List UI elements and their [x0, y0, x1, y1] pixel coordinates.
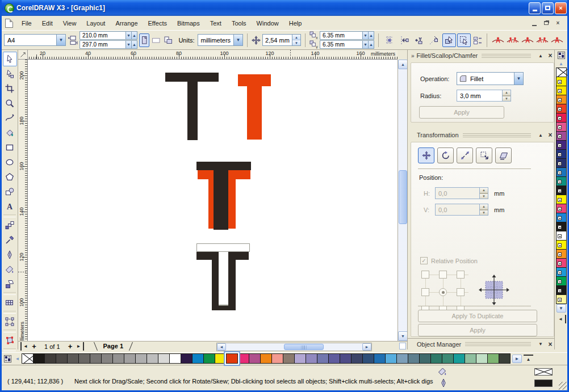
color-swatch[interactable]	[442, 353, 454, 364]
color-swatch[interactable]	[283, 353, 295, 364]
tool-outline[interactable]	[3, 247, 17, 262]
color-swatch[interactable]	[556, 231, 567, 241]
red-tool-5-button[interactable]	[550, 33, 564, 47]
docker-flyout-icon[interactable]: »	[411, 53, 415, 59]
window-resize-grip[interactable]	[559, 382, 567, 390]
color-swatch[interactable]	[33, 353, 45, 364]
spin-down-icon[interactable]: ▼	[362, 41, 368, 48]
tool-interactive-blend[interactable]	[3, 218, 17, 233]
color-swatch[interactable]	[556, 240, 567, 250]
paper-width-field[interactable]: 210.0 mm ▼▲	[80, 31, 137, 40]
color-swatch[interactable]	[430, 353, 442, 364]
color-swatch[interactable]	[556, 86, 567, 95]
artwork-shape[interactable]	[247, 86, 262, 140]
color-swatch[interactable]	[340, 353, 352, 364]
color-swatch[interactable]	[556, 249, 567, 259]
page-settings-button[interactable]	[163, 33, 173, 47]
first-page-button[interactable]: ◄	[20, 342, 30, 351]
chevron-down-icon[interactable]: ▼	[514, 73, 523, 85]
spin-up-icon[interactable]: ▲	[368, 41, 374, 48]
mdi-restore-button[interactable]	[541, 19, 551, 27]
color-swatch[interactable]	[556, 113, 567, 123]
landscape-button[interactable]	[151, 33, 161, 47]
color-swatch[interactable]	[44, 353, 56, 364]
option-toggles-button[interactable]	[472, 33, 483, 47]
color-swatch[interactable]	[556, 149, 567, 159]
menu-effects[interactable]: Effects	[143, 18, 172, 28]
artwork-shape[interactable]	[219, 252, 228, 306]
radius-field[interactable]: 3,0 mm ▲▼	[457, 90, 511, 102]
tool-eyedropper[interactable]	[3, 233, 17, 247]
fillet-docker-header[interactable]: » Fillet/Scallop/Chamfer ▲ ×	[408, 50, 558, 61]
scroll-up-button[interactable]: ▲	[398, 60, 408, 69]
color-swatch[interactable]	[556, 258, 567, 268]
menu-help[interactable]: Help	[284, 18, 307, 28]
paper-height-field[interactable]: 297.0 mm ▼▲	[80, 40, 137, 49]
color-swatch[interactable]	[56, 353, 68, 364]
color-swatch[interactable]	[135, 353, 147, 364]
tool-shape[interactable]	[3, 66, 17, 81]
palette-scroll-left-button[interactable]: ◄	[12, 355, 22, 363]
color-swatch[interactable]	[181, 353, 193, 364]
color-swatch[interactable]	[158, 353, 170, 364]
tool-polygon[interactable]	[3, 170, 17, 184]
vertical-ruler[interactable]: millimeters 200180160140120100	[18, 60, 28, 349]
color-swatch[interactable]	[112, 353, 124, 364]
color-swatch[interactable]	[556, 267, 567, 277]
artwork-shape[interactable]	[187, 81, 198, 140]
spin-up-icon[interactable]: ▲	[503, 90, 511, 95]
menu-view[interactable]: View	[58, 18, 82, 28]
palette-options-button[interactable]	[3, 355, 12, 363]
color-swatch[interactable]	[556, 95, 567, 104]
color-swatch[interactable]	[499, 353, 511, 364]
chevron-down-icon[interactable]: ▼	[56, 35, 65, 45]
color-swatch[interactable]	[203, 353, 215, 364]
color-swatch[interactable]	[215, 353, 227, 364]
color-swatch[interactable]	[362, 353, 374, 364]
color-swatch[interactable]	[556, 285, 567, 295]
color-swatch[interactable]	[101, 353, 113, 364]
red-tool-2-button[interactable]	[506, 33, 520, 47]
color-swatch[interactable]	[556, 213, 567, 222]
color-swatch[interactable]	[556, 122, 567, 132]
fillet-apply-button[interactable]: Apply	[419, 106, 504, 119]
anchor-checkbox[interactable]	[457, 271, 465, 279]
tool-bounding-frame[interactable]	[3, 314, 17, 329]
tool-node-handles[interactable]	[3, 333, 17, 348]
menu-window[interactable]: Window	[252, 18, 284, 28]
color-swatch[interactable]	[67, 353, 79, 364]
tool-freehand[interactable]	[3, 111, 17, 125]
mdi-minimize-button[interactable]	[529, 19, 539, 27]
vertical-scroll-thumb[interactable]	[399, 170, 407, 224]
maximize-button[interactable]	[542, 2, 554, 14]
horizontal-ruler[interactable]: millimeters 20406080100120140160	[28, 50, 398, 60]
treat-as-filled-button[interactable]	[442, 33, 456, 47]
color-swatch[interactable]	[271, 353, 283, 364]
snap-to-grid-button[interactable]	[383, 33, 396, 47]
transform-rotate-button[interactable]	[437, 147, 454, 163]
artwork-shape[interactable]	[196, 243, 250, 252]
artwork-shape[interactable]	[165, 73, 219, 82]
horizontal-scrollbar[interactable]: ◄ ►	[216, 343, 372, 351]
scroll-right-button[interactable]: ►	[362, 343, 371, 351]
artwork-shape[interactable]	[196, 162, 251, 170]
ruler-origin-button[interactable]	[18, 50, 28, 60]
tool-basic-shapes[interactable]	[3, 184, 17, 199]
color-swatch[interactable]	[487, 353, 499, 364]
transformation-docker-header[interactable]: Transformation ▲ ×	[408, 129, 558, 141]
spin-up-icon[interactable]: ▲	[292, 35, 300, 40]
scroll-down-button[interactable]: ▼	[398, 331, 408, 341]
spin-down-icon[interactable]: ▼	[292, 40, 300, 45]
expand-icon[interactable]: ▼	[537, 342, 545, 347]
add-page-after-button[interactable]: +	[66, 342, 75, 351]
units-combo[interactable]: millimeters ▼	[198, 34, 244, 46]
red-tool-3-button[interactable]	[521, 33, 534, 47]
color-swatch[interactable]	[465, 353, 476, 364]
menu-layout[interactable]: Layout	[81, 18, 110, 28]
menu-file[interactable]: File	[16, 18, 37, 28]
color-swatch[interactable]	[556, 140, 567, 150]
menu-text[interactable]: Text	[205, 18, 227, 28]
anchor-center-radio[interactable]	[439, 288, 447, 296]
snap-to-dynamic-guides-button[interactable]	[427, 33, 441, 47]
tool-crop[interactable]	[3, 81, 17, 96]
